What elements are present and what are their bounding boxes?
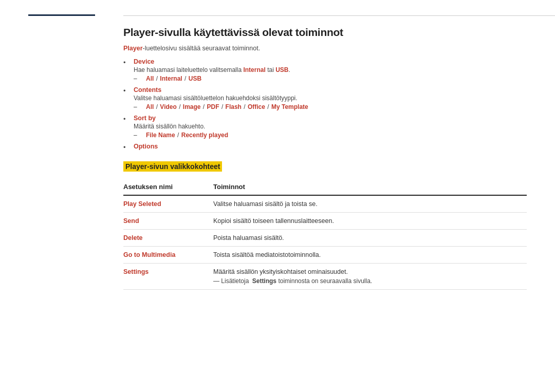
- bullet-desc-contents: Valitse haluamasi sisältöluettelon hakue…: [134, 95, 527, 102]
- bullet-label-device: Device: [134, 58, 527, 65]
- table-col2-header: Toiminnot: [213, 180, 527, 195]
- device-mid: tai: [266, 66, 275, 73]
- bullet-content-contents: Contents Valitse haluamasi sisältöluette…: [134, 86, 527, 110]
- table-cell-name-gotomultimedia: Go to Multimedia: [123, 247, 213, 264]
- sortby-link-filename[interactable]: File Name: [146, 132, 175, 139]
- bullet-dot-contents: •: [123, 87, 130, 95]
- bullet-sortby: • Sort by Määritä sisällön hakuehto. – F…: [123, 115, 527, 139]
- page-title: Player-sivulla käytettävissä olevat toim…: [123, 26, 527, 39]
- bullet-content-options: Options: [134, 143, 527, 151]
- top-bar: [0, 0, 555, 16]
- sub-dash-device: –: [134, 75, 142, 82]
- bullet-options: • Options: [123, 143, 527, 151]
- contents-link-flash[interactable]: Flash: [226, 103, 242, 110]
- sub-item-sortby: – File Name / Recently played: [134, 132, 527, 139]
- main-col: Player-sivulla käytettävissä olevat toim…: [123, 21, 555, 290]
- sub-dash-contents: –: [134, 103, 142, 110]
- intro-highlight: Player: [123, 45, 143, 52]
- device-link-usb[interactable]: USB: [189, 75, 201, 82]
- intro-body: -luettelosivu sisältää seuraavat toiminn…: [143, 45, 261, 52]
- sub-links-device: All / Internal / USB: [146, 75, 201, 82]
- settings-desc-text: Määritä sisällön yksityiskohtaiset omina…: [213, 268, 522, 275]
- table-cell-name-settings: Settings: [123, 264, 213, 290]
- bullet-label-sortby: Sort by: [134, 115, 527, 122]
- sub-links-contents: All / Video / Image / PDF / Flash / Offi…: [146, 103, 308, 110]
- table-cell-name-send: Send: [123, 213, 213, 230]
- bullet-content-sortby: Sort by Määritä sisällön hakuehto. – Fil…: [134, 115, 527, 139]
- device-bold2: USB: [275, 66, 288, 73]
- contents-link-image[interactable]: Image: [183, 103, 201, 110]
- sortby-link-recentlyplayed[interactable]: Recently played: [181, 132, 228, 139]
- section-heading: Player-sivun valikkokohteet: [123, 161, 222, 172]
- settings-note-post: toiminnosta on seuraavalla sivulla.: [276, 277, 372, 285]
- intro-text: Player-luettelosivu sisältää seuraavat t…: [123, 45, 527, 52]
- bullet-dot-device: •: [123, 59, 130, 66]
- bullet-dot-options: •: [123, 143, 130, 151]
- table-cell-desc-gotomultimedia: Toista sisältöä mediatoistotoiminnolla.: [213, 247, 527, 264]
- section-heading-wrapper: Player-sivun valikkokohteet: [123, 162, 527, 171]
- table-cell-desc-delete: Poista haluamasi sisältö.: [213, 230, 527, 247]
- table-cell-desc-send: Kopioi sisältö toiseen tallennuslaittees…: [213, 213, 527, 230]
- device-desc-text: Hae haluamasi laiteluettelo valitsemalla: [134, 66, 243, 73]
- contents-link-pdf[interactable]: PDF: [207, 103, 219, 110]
- device-end: .: [288, 66, 290, 73]
- table-col1-header: Asetuksen nimi: [123, 180, 213, 195]
- bullet-section: • Device Hae haluamasi laiteluettelo val…: [123, 58, 527, 151]
- settings-table: Asetuksen nimi Toiminnot Play Seleted Va…: [123, 180, 527, 290]
- contents-link-video[interactable]: Video: [160, 103, 176, 110]
- device-bold1: Internal: [243, 66, 265, 73]
- table-row-playseleted: Play Seleted Valitse haluamasi sisältö j…: [123, 195, 527, 213]
- top-bar-line-left: [28, 14, 95, 16]
- top-bar-line-right: [123, 15, 555, 16]
- bullet-label-options: Options: [134, 143, 527, 150]
- bullet-contents: • Contents Valitse haluamasi sisältöluet…: [123, 86, 527, 110]
- contents-link-mytemplate[interactable]: My Template: [271, 103, 308, 110]
- sub-item-device: – All / Internal / USB: [134, 75, 527, 82]
- bullet-desc-device: Hae haluamasi laiteluettelo valitsemalla…: [134, 66, 527, 73]
- table-cell-desc-playseleted: Valitse haluamasi sisältö ja toista se.: [213, 195, 527, 213]
- left-col: [0, 21, 123, 290]
- settings-note-line: — Lisätietoja Settings toiminnosta on se…: [213, 277, 522, 285]
- table-row-settings: Settings Määritä sisällön yksityiskohtai…: [123, 264, 527, 290]
- bullet-content-device: Device Hae haluamasi laiteluettelo valit…: [134, 58, 527, 82]
- bullet-device: • Device Hae haluamasi laiteluettelo val…: [123, 58, 527, 82]
- bullet-dot-sortby: •: [123, 115, 130, 123]
- top-bar-left: [0, 9, 123, 16]
- sub-item-contents: – All / Video / Image / PDF / Flash / Of…: [134, 103, 527, 110]
- bullet-label-contents: Contents: [134, 86, 527, 94]
- settings-note-emdash: — Lisätietoja: [213, 277, 251, 285]
- contents-link-all[interactable]: All: [146, 103, 154, 110]
- table-cell-desc-settings: Määritä sisällön yksityiskohtaiset omina…: [213, 264, 527, 290]
- table-header-row: Asetuksen nimi Toiminnot: [123, 180, 527, 195]
- table-row-send: Send Kopioi sisältö toiseen tallennuslai…: [123, 213, 527, 230]
- device-link-all[interactable]: All: [146, 75, 154, 82]
- device-link-internal[interactable]: Internal: [160, 75, 182, 82]
- sub-dash-sortby: –: [134, 132, 142, 139]
- contents-link-office[interactable]: Office: [248, 103, 265, 110]
- content-area: Player-sivulla käytettävissä olevat toim…: [0, 16, 555, 290]
- page-wrapper: Player-sivulla käytettävissä olevat toim…: [0, 0, 555, 392]
- table-cell-name-playseleted: Play Seleted: [123, 195, 213, 213]
- table-cell-name-delete: Delete: [123, 230, 213, 247]
- sub-links-sortby: File Name / Recently played: [146, 132, 228, 139]
- table-row-gotomultimedia: Go to Multimedia Toista sisältöä mediato…: [123, 247, 527, 264]
- bullet-desc-sortby: Määritä sisällön hakuehto.: [134, 123, 527, 130]
- table-row-delete: Delete Poista haluamasi sisältö.: [123, 230, 527, 247]
- settings-note-bold: Settings: [252, 277, 276, 285]
